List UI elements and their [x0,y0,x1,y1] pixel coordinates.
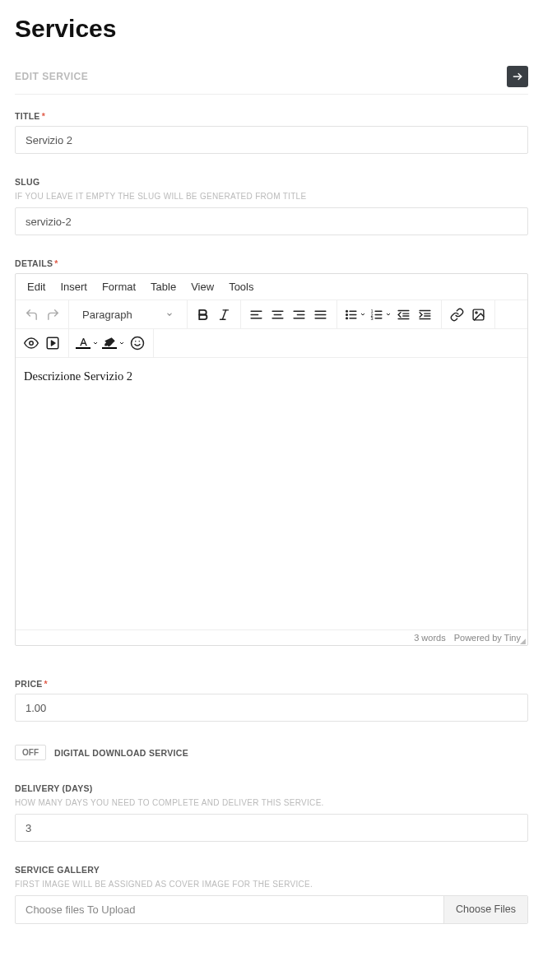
resize-handle-icon[interactable]: ◢ [520,639,526,643]
bullet-list-button[interactable] [342,304,368,325]
file-upload-row: Choose files To Upload Choose Files [15,895,528,924]
svg-text:3: 3 [370,315,373,320]
details-field: DETAILS* Edit Insert Format Table View T… [15,258,528,646]
gallery-field: SERVICE GALLERY FIRST IMAGE WILL BE ASSI… [15,865,528,924]
editor-content[interactable]: Descrizione Servizio 2 [16,358,527,629]
powered-by: Powered by Tiny [454,633,521,643]
align-justify-button[interactable] [310,304,332,325]
bold-button[interactable] [193,304,214,325]
gallery-label: SERVICE GALLERY [15,865,528,875]
section-header-label: EDIT SERVICE [15,71,88,82]
media-button[interactable] [42,332,63,354]
digital-download-toggle[interactable]: OFF [15,745,46,760]
menu-insert[interactable]: Insert [60,281,87,293]
svg-marker-40 [52,341,56,346]
menu-edit[interactable]: Edit [27,281,45,293]
word-count: 3 words [414,633,446,643]
svg-point-41 [132,337,144,350]
redo-button[interactable] [42,304,63,325]
slug-input[interactable] [15,207,528,235]
svg-point-18 [346,314,347,315]
slug-help: IF YOU LEAVE IT EMPTY THE SLUG WILL BE G… [15,192,528,201]
editor-menubar: Edit Insert Format Table View Tools [16,274,527,300]
menu-table[interactable]: Table [151,281,176,293]
outdent-button[interactable] [393,304,415,325]
menu-tools[interactable]: Tools [229,281,253,293]
price-label: PRICE* [15,679,528,689]
page-title: Services [15,15,528,43]
image-button[interactable] [468,304,490,325]
indent-button[interactable] [415,304,436,325]
file-placeholder[interactable]: Choose files To Upload [16,896,443,923]
undo-button[interactable] [21,304,42,325]
align-center-button[interactable] [267,304,289,325]
delivery-input[interactable] [15,814,528,842]
section-header: EDIT SERVICE [15,66,528,95]
editor-toolbar-row-2 [16,329,527,358]
title-label: TITLE* [15,111,528,121]
svg-point-16 [346,310,347,312]
choose-files-button[interactable]: Choose Files [443,896,527,923]
align-right-button[interactable] [289,304,310,325]
svg-point-20 [346,317,347,318]
align-left-button[interactable] [246,304,267,325]
block-format-select[interactable]: Paragraph [74,309,182,321]
slug-field: SLUG IF YOU LEAVE IT EMPTY THE SLUG WILL… [15,177,528,235]
digital-download-row: OFF DIGITAL DOWNLOAD SERVICE [15,745,528,760]
editor-toolbar-row-1: Paragraph [16,300,527,329]
svg-line-3 [223,309,226,318]
link-button[interactable] [447,304,468,325]
numbered-list-button[interactable]: 123 [368,304,393,325]
preview-button[interactable] [21,332,42,354]
highlight-color-button[interactable] [100,332,127,354]
details-label: DETAILS* [15,258,528,268]
submit-arrow-button[interactable] [507,66,528,87]
price-input[interactable] [15,694,528,722]
svg-point-38 [30,341,34,346]
italic-button[interactable] [214,304,235,325]
slug-label: SLUG [15,177,528,187]
price-field: PRICE* [15,679,528,722]
title-input[interactable] [15,126,528,154]
rich-text-editor: Edit Insert Format Table View Tools [15,273,528,646]
delivery-help: HOW MANY DAYS YOU NEED TO COMPLETE AND D… [15,798,528,807]
emoji-button[interactable] [127,332,148,354]
delivery-label: DELIVERY (DAYS) [15,783,528,793]
editor-statusbar: 3 words Powered by Tiny ◢ [16,629,527,645]
menu-format[interactable]: Format [102,281,136,293]
title-field: TITLE* [15,111,528,154]
delivery-field: DELIVERY (DAYS) HOW MANY DAYS YOU NEED T… [15,783,528,842]
text-color-button[interactable] [74,332,100,354]
digital-download-label: DIGITAL DOWNLOAD SERVICE [54,748,188,758]
svg-point-37 [476,311,477,313]
menu-view[interactable]: View [191,281,214,293]
gallery-help: FIRST IMAGE WILL BE ASSIGNED AS COVER IM… [15,880,528,889]
